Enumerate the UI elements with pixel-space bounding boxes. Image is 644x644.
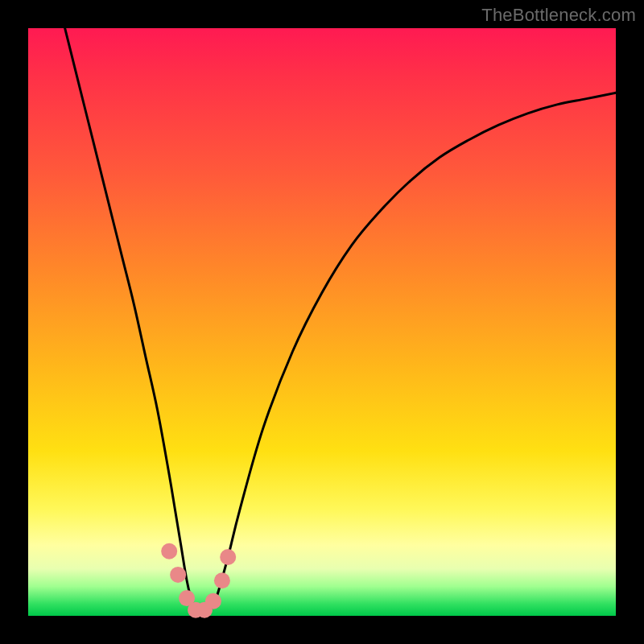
marker-group xyxy=(161,543,236,618)
watermark-text: TheBottleneck.com xyxy=(481,5,636,26)
chart-frame: TheBottleneck.com xyxy=(0,0,644,644)
plot-area xyxy=(28,28,616,616)
curve-marker xyxy=(214,572,230,588)
curve-marker xyxy=(220,549,236,565)
curve-svg xyxy=(28,28,616,616)
bottleneck-curve xyxy=(64,23,616,614)
curve-marker xyxy=(205,593,221,609)
curve-marker xyxy=(170,567,186,583)
curve-marker xyxy=(161,543,177,559)
